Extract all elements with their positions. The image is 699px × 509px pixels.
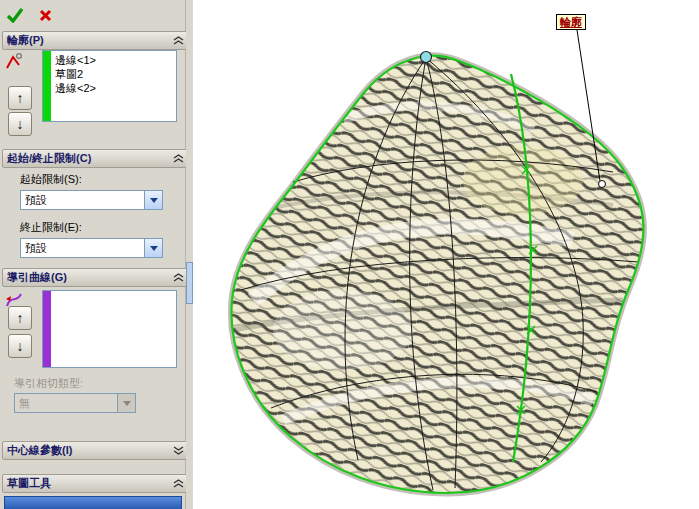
start-limit-dropdown[interactable]: 預設 xyxy=(20,190,163,210)
section-header-centerline[interactable]: 中心線參數(I) xyxy=(2,441,189,460)
graphics-viewport[interactable]: 輪廓 xyxy=(193,0,699,509)
callout-attach-point xyxy=(599,181,606,188)
move-down-button[interactable]: ↓ xyxy=(8,112,32,136)
list-item[interactable]: 草圖2 xyxy=(55,67,96,81)
end-limit-label: 終止限制(E): xyxy=(20,220,82,235)
chevron-double-down-icon[interactable] xyxy=(173,446,184,455)
start-limit-label: 起始限制(S): xyxy=(20,172,82,187)
section-header-guides[interactable]: 導引曲線(G) xyxy=(2,268,189,287)
guide-curves-listbox[interactable] xyxy=(42,290,177,368)
dropdown-arrow-icon[interactable] xyxy=(144,239,162,257)
ok-button[interactable] xyxy=(4,5,26,25)
section-header-sketch-tools[interactable]: 草圖工具 xyxy=(2,474,189,493)
guide-tangency-value: 無 xyxy=(19,396,30,411)
end-limit-value: 預設 xyxy=(25,241,47,256)
section-title-guides: 導引曲線(G) xyxy=(7,270,67,285)
end-limit-dropdown[interactable]: 預設 xyxy=(20,238,163,258)
profiles-selection-bar xyxy=(43,51,51,121)
guide-tangency-dropdown: 無 xyxy=(14,393,136,413)
up-arrow-icon: ↑ xyxy=(17,90,24,106)
section-title-sketch-tools: 草圖工具 xyxy=(7,476,51,491)
sketch-tools-selected-row[interactable] xyxy=(4,496,182,509)
guides-list xyxy=(51,291,59,367)
section-header-profiles[interactable]: 輪廓(P) xyxy=(2,31,189,50)
guides-selection-bar xyxy=(43,291,51,367)
profiles-listbox[interactable]: 邊線<1> 草圖2 邊線<2> xyxy=(42,50,177,122)
section-title-limits: 起始/終止限制(C) xyxy=(7,151,91,166)
panel-collapse-tab[interactable] xyxy=(186,262,193,304)
start-limit-value: 預設 xyxy=(25,193,47,208)
property-panel: 輪廓(P) 邊線<1> 草圖2 邊線<2> ↑ ↓ 起始/終止限制(C) xyxy=(0,0,186,509)
section-title-centerline: 中心線參數(I) xyxy=(7,443,72,458)
chevron-double-up-icon[interactable] xyxy=(173,36,184,45)
chevron-double-up-icon[interactable] xyxy=(173,479,184,488)
profiles-list: 邊線<1> 草圖2 邊線<2> xyxy=(51,51,100,121)
dropdown-arrow-icon[interactable] xyxy=(144,191,162,209)
cancel-button[interactable] xyxy=(34,5,56,25)
section-title-profiles: 輪廓(P) xyxy=(7,33,44,48)
profile-selection-icon xyxy=(4,52,24,72)
move-up-button[interactable]: ↑ xyxy=(8,86,32,110)
list-item[interactable]: 邊線<2> xyxy=(55,81,96,95)
down-arrow-icon: ↓ xyxy=(17,338,24,354)
up-arrow-icon: ↑ xyxy=(17,310,24,326)
chevron-double-up-icon[interactable] xyxy=(173,273,184,282)
command-bar xyxy=(4,4,56,26)
profile-callout[interactable]: 輪廓 xyxy=(556,14,586,30)
guide-tangency-label: 導引相切類型: xyxy=(14,376,83,391)
vertex-point[interactable] xyxy=(421,52,432,63)
solidworks-loft-propertymanager: 輪廓(P) 邊線<1> 草圖2 邊線<2> ↑ ↓ 起始/終止限制(C) xyxy=(0,0,699,509)
list-item[interactable]: 邊線<1> xyxy=(55,53,96,67)
guide-move-up-button[interactable]: ↑ xyxy=(8,306,32,330)
cancel-x-icon xyxy=(39,9,52,22)
ok-check-icon xyxy=(6,7,24,23)
guide-move-down-button[interactable]: ↓ xyxy=(8,334,32,358)
dropdown-arrow-icon xyxy=(117,394,135,412)
down-arrow-icon: ↓ xyxy=(17,116,24,132)
model-view-svg xyxy=(193,0,699,509)
chevron-double-up-icon[interactable] xyxy=(173,154,184,163)
section-header-limits[interactable]: 起始/終止限制(C) xyxy=(2,149,189,168)
